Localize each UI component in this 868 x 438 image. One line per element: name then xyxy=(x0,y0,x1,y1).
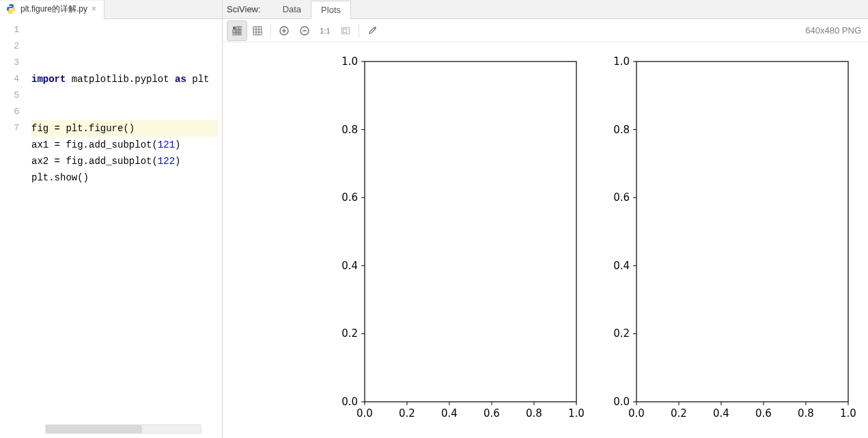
svg-rect-6 xyxy=(236,30,238,32)
svg-text:0.0: 0.0 xyxy=(628,407,645,420)
svg-text:1.0: 1.0 xyxy=(568,407,585,420)
svg-text:0.8: 0.8 xyxy=(613,124,630,136)
editor-horizontal-scrollbar[interactable] xyxy=(45,424,201,434)
svg-text:0.2: 0.2 xyxy=(341,327,358,340)
svg-rect-11 xyxy=(253,27,262,35)
zoom-in-icon[interactable] xyxy=(274,20,294,41)
close-icon[interactable]: × xyxy=(92,5,98,12)
editor-pane: plt.figure的详解.py × 1234567 import matplo… xyxy=(0,0,223,438)
zoom-out-icon[interactable] xyxy=(294,20,315,41)
svg-rect-3 xyxy=(236,27,238,29)
svg-text:0.8: 0.8 xyxy=(798,407,814,420)
scrollbar-thumb[interactable] xyxy=(46,425,142,433)
python-file-icon xyxy=(5,3,16,14)
plot-toolbar: 1:1 640x480 PNG xyxy=(223,19,868,42)
svg-rect-10 xyxy=(239,33,241,35)
svg-text:0.0: 0.0 xyxy=(613,396,630,408)
matplotlib-figure: 0.00.20.40.60.81.00.00.20.40.60.81.00.00… xyxy=(325,48,868,437)
toolbar-separator xyxy=(270,24,271,38)
zoom-actual-icon[interactable]: 1:1 xyxy=(315,20,335,41)
svg-text:0.0: 0.0 xyxy=(356,407,373,420)
svg-text:0.4: 0.4 xyxy=(441,407,458,420)
svg-rect-2 xyxy=(233,27,236,29)
tab-plots[interactable]: Plots xyxy=(311,1,351,19)
sciview-pane: SciView: Data Plots 1:1 xyxy=(223,0,868,438)
editor-body[interactable]: 1234567 import matplotlib.pyplot as plt … xyxy=(0,19,222,438)
svg-text:0.4: 0.4 xyxy=(713,407,729,420)
svg-text:0.2: 0.2 xyxy=(399,407,415,420)
svg-rect-9 xyxy=(236,33,238,35)
svg-rect-8 xyxy=(233,33,236,35)
svg-text:0.2: 0.2 xyxy=(671,407,687,420)
image-dimensions-label: 640x480 PNG xyxy=(805,25,864,36)
grid-single-icon[interactable] xyxy=(227,20,247,41)
editor-tab-bar: plt.figure的详解.py × xyxy=(0,0,222,19)
svg-text:0.8: 0.8 xyxy=(526,407,542,420)
svg-text:1.0: 1.0 xyxy=(840,407,856,420)
line-number-gutter: 1234567 xyxy=(0,19,31,438)
color-picker-icon[interactable] xyxy=(362,20,382,41)
svg-text:0.4: 0.4 xyxy=(341,260,358,272)
svg-rect-23 xyxy=(365,61,576,402)
svg-text:0.0: 0.0 xyxy=(341,396,358,408)
svg-text:1.0: 1.0 xyxy=(613,55,630,68)
grid-multi-icon[interactable] xyxy=(247,20,268,41)
file-tab-label: plt.figure的详解.py xyxy=(20,3,87,15)
file-tab[interactable]: plt.figure的详解.py × xyxy=(0,1,104,19)
tab-data[interactable]: Data xyxy=(273,0,311,18)
svg-text:0.6: 0.6 xyxy=(341,191,358,204)
svg-text:0.6: 0.6 xyxy=(484,407,500,420)
toolbar-separator xyxy=(359,24,359,38)
plot-area[interactable]: 0.00.20.40.60.81.00.00.20.40.60.81.00.00… xyxy=(223,42,868,438)
svg-text:1.0: 1.0 xyxy=(341,55,358,68)
svg-point-1 xyxy=(12,12,12,13)
fit-window-icon[interactable] xyxy=(335,20,356,41)
svg-rect-7 xyxy=(239,30,241,32)
svg-text:0.6: 0.6 xyxy=(755,407,772,420)
sciview-title: SciView: xyxy=(227,4,261,14)
svg-point-0 xyxy=(9,5,10,5)
svg-rect-48 xyxy=(636,61,848,402)
svg-rect-5 xyxy=(233,30,236,32)
svg-text:0.4: 0.4 xyxy=(613,260,630,272)
svg-text:0.2: 0.2 xyxy=(613,327,630,340)
code-area[interactable]: import matplotlib.pyplot as plt fig = pl… xyxy=(31,19,222,438)
sciview-header: SciView: Data Plots xyxy=(223,0,868,19)
svg-text:0.6: 0.6 xyxy=(613,191,630,204)
svg-rect-22 xyxy=(344,29,347,32)
svg-rect-4 xyxy=(239,27,241,29)
svg-text:0.8: 0.8 xyxy=(341,124,358,136)
